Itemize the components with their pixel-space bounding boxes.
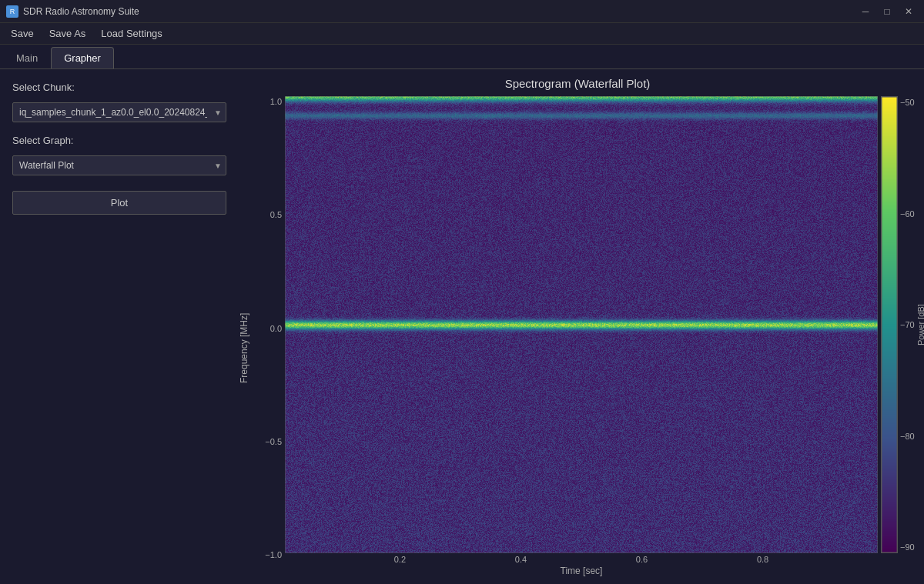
x-tick-2: 0.4 (515, 555, 527, 564)
left-panel: Select Chunk: iq_samples_chunk_1_az0.0_e… (0, 69, 239, 584)
y-tick-1: 1.0 (270, 98, 282, 106)
x-tick-4: 0.8 (757, 555, 768, 564)
x-tick-1: 0.2 (394, 555, 406, 564)
tabbar: Main Grapher (0, 45, 924, 69)
close-button[interactable]: ✕ (899, 2, 918, 21)
colorbar-labels: −50 −60 −70 −80 −90 (898, 96, 915, 553)
x-tick-row: 0.2 0.4 0.6 0.8 (285, 553, 878, 564)
chart-area: Spectrogram (Waterfall Plot) Frequency [… (239, 69, 924, 584)
colorbar-title: Power [dB] (916, 96, 924, 553)
y-tick-2: 0.5 (270, 211, 282, 219)
y-axis-title: Frequency [MHz] (239, 96, 253, 576)
x-tick-3: 0.6 (636, 555, 648, 564)
chart-wrapper: Frequency [MHz] 1.0 0.5 0.0 −0.5 −1.0 0.… (239, 96, 916, 576)
cb-label-3: −70 (900, 320, 915, 329)
cb-label-2: −60 (900, 209, 915, 219)
titlebar: R SDR Radio Astronomy Suite ─ □ ✕ (0, 0, 924, 23)
tab-grapher[interactable]: Grapher (51, 47, 114, 68)
cb-label-5: −90 (900, 542, 915, 552)
waterfall-canvas (285, 96, 878, 553)
chart-title: Spectrogram (Waterfall Plot) (505, 77, 651, 90)
colorbar-canvas (881, 96, 898, 553)
app-icon: R (6, 5, 18, 18)
tab-main[interactable]: Main (3, 47, 51, 68)
y-tick-3: 0.0 (270, 325, 282, 333)
window-controls: ─ □ ✕ (856, 2, 918, 21)
menu-save[interactable]: Save (3, 25, 42, 42)
graph-select[interactable]: Waterfall Plot Power Spectrum Time Serie… (12, 155, 226, 175)
select-chunk-label: Select Chunk: (12, 82, 226, 93)
titlebar-left: R SDR Radio Astronomy Suite (6, 5, 139, 18)
menubar: Save Save As Load Settings (0, 23, 924, 45)
chunk-select[interactable]: iq_samples_chunk_1_az0.0_el0.0_20240824_… (12, 102, 226, 122)
cb-label-4: −80 (900, 432, 915, 441)
y-axis: 1.0 0.5 0.0 −0.5 −1.0 (253, 96, 285, 576)
app-title: SDR Radio Astronomy Suite (23, 6, 139, 17)
y-tick-4: −0.5 (265, 438, 282, 446)
graph-select-container: Waterfall Plot Power Spectrum Time Serie… (12, 155, 226, 175)
colorbar-container: −50 −60 −70 −80 −90 Power [dB] (878, 96, 916, 576)
y-tick-5: −1.0 (265, 551, 282, 559)
maximize-button[interactable]: □ (878, 2, 896, 21)
main-content: Select Chunk: iq_samples_chunk_1_az0.0_e… (0, 69, 924, 584)
menu-load-settings[interactable]: Load Settings (93, 25, 170, 42)
waterfall-container: 0.2 0.4 0.6 0.8 Time [sec] (285, 96, 878, 576)
select-graph-label: Select Graph: (12, 135, 226, 146)
plot-button[interactable]: Plot (12, 191, 226, 215)
x-axis-title: Time [sec] (285, 566, 878, 576)
chunk-select-container: iq_samples_chunk_1_az0.0_el0.0_20240824_… (12, 102, 226, 122)
cb-label-1: −50 (900, 98, 915, 107)
x-axis-labels: 0.2 0.4 0.6 0.8 Time [sec] (285, 553, 878, 576)
menu-save-as[interactable]: Save As (42, 25, 94, 42)
minimize-button[interactable]: ─ (856, 2, 875, 21)
